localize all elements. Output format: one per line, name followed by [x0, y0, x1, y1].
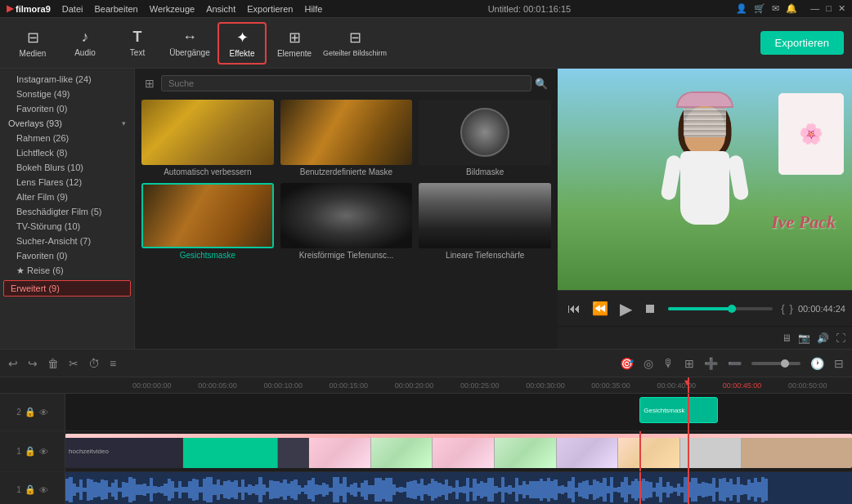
- menu-exportieren[interactable]: Exportieren: [247, 4, 293, 14]
- track2-lock-icon[interactable]: 🔒: [25, 407, 36, 417]
- preview-sub-controls: 🖥 📷 🔊 ⛶: [558, 326, 852, 349]
- menu-datei[interactable]: Datei: [62, 4, 83, 14]
- audio-eye-icon[interactable]: 👁: [39, 485, 48, 495]
- fullscreen-icon[interactable]: ⛶: [836, 332, 845, 344]
- audio-waveform-bg: // This will be generated by the populat…: [65, 472, 852, 504]
- timeline-section: ↩ ↪ 🗑 ✂ ⏱ ≡ 🎯 ◎ 🎙 ⊞ ➕ ➖ 🕐 ⊟ 00:00:00:00 …: [0, 349, 852, 504]
- track-label-2: 2 🔒 👁: [0, 394, 65, 430]
- medien-icon: ⊟: [27, 29, 39, 47]
- user-icon[interactable]: 👤: [736, 3, 747, 14]
- time-btn[interactable]: ⏱: [88, 357, 100, 370]
- ruler-mark-3: 00:00:15:00: [328, 381, 393, 390]
- audio-lock-icon[interactable]: 🔒: [25, 484, 36, 495]
- effect-kreisfoermige[interactable]: Kreisförmige Tiefenunsc...: [280, 183, 413, 260]
- grid-view-icon[interactable]: ⊞: [145, 77, 155, 90]
- tool-elemente[interactable]: ⊞ Elemente: [270, 22, 319, 65]
- video-clip-green1[interactable]: [183, 434, 277, 468]
- tool-uebergaenge[interactable]: ↔ Übergänge: [165, 22, 214, 65]
- effect-thumb-benutzerdefinierte: [280, 100, 413, 165]
- sidebar-item-instagram[interactable]: Instagram-like (24): [0, 72, 134, 87]
- bracket-right-icon: }: [790, 302, 793, 314]
- gesture-clip[interactable]: Gesichtsmask: [639, 397, 718, 423]
- tool-text[interactable]: T Text: [113, 22, 162, 65]
- sidebar-item-beschaedigter[interactable]: Beschädigter Film (5): [0, 204, 134, 219]
- close-btn[interactable]: ✕: [838, 3, 845, 14]
- video-clip-thumbnails[interactable]: [309, 434, 742, 468]
- volume-icon[interactable]: 🔊: [817, 332, 829, 344]
- snap-btn[interactable]: 🎯: [620, 357, 634, 370]
- mail-icon[interactable]: ✉: [772, 3, 779, 14]
- cut-btn[interactable]: ✂: [69, 357, 78, 370]
- undo-btn[interactable]: ↩: [8, 357, 18, 370]
- export-button[interactable]: Exportieren: [760, 31, 844, 55]
- search-input[interactable]: [161, 75, 531, 91]
- mic-btn[interactable]: 🎙: [663, 357, 675, 370]
- sidebar-item-favoriten1[interactable]: Favoriten (0): [0, 101, 134, 116]
- menu-ansicht[interactable]: Ansicht: [206, 4, 235, 14]
- tool-geteilter[interactable]: ⊟ Geteilter Bildschirm: [322, 22, 388, 65]
- delete-btn[interactable]: 🗑: [47, 357, 59, 370]
- prev-frame-btn[interactable]: ⏮: [564, 300, 584, 318]
- sidebar-item-rahmen[interactable]: Rahmen (26): [0, 131, 134, 145]
- clock-btn[interactable]: 🕐: [810, 357, 824, 370]
- zoom-slider[interactable]: [751, 362, 800, 365]
- stop-btn[interactable]: ⏹: [640, 300, 660, 318]
- ruler-mark-4: 00:00:20:00: [393, 381, 459, 390]
- effect-bildmaske[interactable]: Bildmaske: [419, 100, 551, 176]
- effect-thumb-kreisfoermige: [280, 183, 413, 248]
- uebergaenge-icon: ↔: [182, 29, 197, 46]
- cart-icon[interactable]: 🛒: [754, 3, 765, 14]
- menu-bearbeiten[interactable]: Bearbeiten: [94, 4, 137, 14]
- maximize-btn[interactable]: □: [826, 3, 832, 14]
- camera-icon[interactable]: 📷: [798, 332, 810, 344]
- sidebar-item-lichtfleck[interactable]: Lichtfleck (8): [0, 145, 134, 160]
- bell-icon[interactable]: 🔔: [786, 3, 797, 14]
- elemente-icon: ⊞: [289, 29, 301, 47]
- menu-hilfe[interactable]: Hilfe: [304, 4, 322, 14]
- motion-btn[interactable]: ◎: [643, 357, 653, 370]
- tool-audio[interactable]: ♪ Audio: [61, 22, 110, 65]
- effect-automatisch[interactable]: Automatisch verbessern: [141, 100, 274, 176]
- sidebar-item-favoriten2[interactable]: Favoriten (0): [0, 248, 134, 263]
- menu-werkzeuge[interactable]: Werkzeuge: [150, 4, 195, 14]
- adjust-btn[interactable]: ≡: [110, 357, 116, 370]
- sidebar-section-overlays[interactable]: Overlays (93) ▾: [0, 116, 134, 131]
- addclip-btn[interactable]: ➕: [704, 357, 718, 370]
- timeline-tracks: 2 🔒 👁 Gesichtsmask 1 🔒 👁: [0, 394, 852, 504]
- effect-lineare[interactable]: Lineare Tiefenschärfe: [419, 183, 551, 260]
- sidebar-item-reise[interactable]: ★ Reise (6): [0, 263, 134, 279]
- effect-gesichtsmaske[interactable]: Gesichtsmaske: [141, 183, 274, 260]
- rewind-btn[interactable]: ⏪: [589, 299, 612, 318]
- video-clip-dark[interactable]: hochzeitvideo: [65, 434, 183, 468]
- preview-progress-bar[interactable]: [668, 307, 773, 310]
- sidebar-item-sonstige[interactable]: Sonstige (49): [0, 87, 134, 101]
- effect-benutzerdefinierte[interactable]: Benutzerdefinierte Maske: [280, 100, 413, 176]
- play-btn[interactable]: ▶: [617, 297, 635, 320]
- track-label-1: 1 🔒 👁: [0, 431, 65, 471]
- sidebar-item-tvstörung[interactable]: TV-Störung (10): [0, 219, 134, 234]
- panel-btn[interactable]: ⊟: [834, 357, 844, 370]
- sidebar-item-bokeh[interactable]: Bokeh Blurs (10): [0, 160, 134, 175]
- sidebar-item-erweitert[interactable]: Erweitert (9): [3, 280, 131, 297]
- overlay-btn[interactable]: ⊞: [684, 357, 694, 370]
- sidebar-item-alterfilm[interactable]: Alter Film (9): [0, 190, 134, 204]
- monitor-icon[interactable]: 🖥: [782, 332, 791, 344]
- ruler-mark-9: 00:00:45:00: [721, 381, 787, 390]
- track1-eye-icon[interactable]: 👁: [39, 447, 48, 457]
- track2-eye-icon[interactable]: 👁: [39, 408, 48, 417]
- geteilter-icon: ⊟: [349, 29, 361, 47]
- redo-btn[interactable]: ↪: [28, 357, 38, 370]
- main-video-track: hochzeitvideo: [65, 434, 852, 468]
- effect-label-gesichtsmaske: Gesichtsmaske: [141, 251, 274, 260]
- video-clip-dark2[interactable]: [278, 434, 309, 468]
- sidebar-item-sucheransicht[interactable]: Sucher-Ansicht (7): [0, 234, 134, 248]
- effect-thumb-automatisch: [141, 100, 274, 165]
- track1-lock-icon[interactable]: 🔒: [25, 446, 36, 457]
- sidebar-item-lensflares[interactable]: Lens Flares (12): [0, 175, 134, 190]
- minus-btn[interactable]: ➖: [728, 357, 742, 370]
- video-clip-end[interactable]: [742, 434, 852, 468]
- audio-track-num: 1: [16, 485, 21, 494]
- tool-effekte[interactable]: ✦ Effekte: [217, 22, 267, 65]
- tool-medien[interactable]: ⊟ Medien: [8, 22, 57, 65]
- minimize-btn[interactable]: —: [810, 3, 819, 14]
